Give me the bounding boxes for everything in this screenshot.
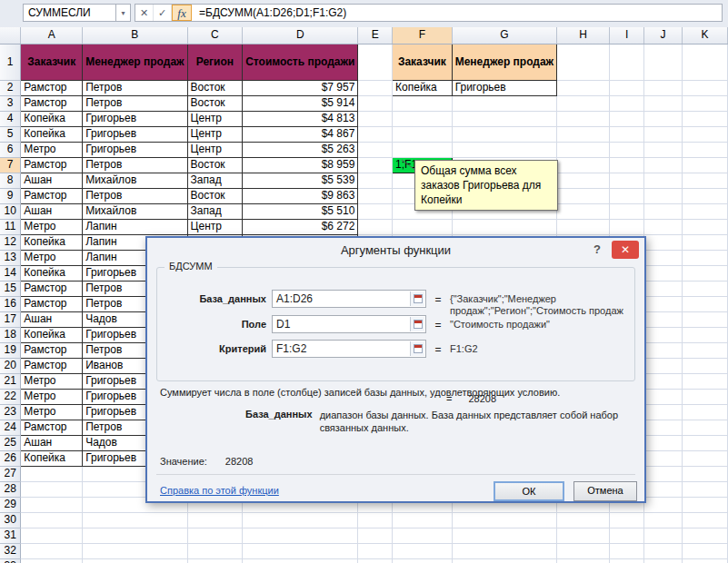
cell-H1[interactable] [557, 44, 610, 80]
cell-I33[interactable] [609, 558, 644, 563]
cell-G2[interactable]: Григорьев [452, 80, 556, 95]
cell-H30[interactable] [557, 512, 610, 528]
cell-K16[interactable] [682, 296, 727, 311]
row-header-3[interactable]: 3 [0, 95, 21, 111]
cell-J21[interactable] [644, 373, 682, 389]
cell-G30[interactable] [452, 512, 556, 528]
cell-A16[interactable]: Рамстор [21, 296, 83, 311]
insert-function-icon[interactable]: fx [172, 5, 192, 21]
cell-K21[interactable] [682, 373, 727, 389]
select-all-corner[interactable] [0, 27, 21, 44]
cell-H2[interactable] [557, 80, 610, 95]
cell-I7[interactable] [609, 157, 644, 173]
row-header-25[interactable]: 25 [0, 435, 21, 450]
cell-A4[interactable]: Копейка [21, 111, 83, 126]
cell-I10[interactable] [609, 203, 644, 219]
cell-J10[interactable] [644, 203, 682, 219]
cell-J17[interactable] [644, 311, 682, 327]
cell-J23[interactable] [644, 404, 682, 420]
arg-input-database[interactable]: A1:D26 [272, 290, 426, 308]
cell-E2[interactable] [358, 80, 393, 95]
cell-D7[interactable]: $8 959 [243, 157, 358, 173]
cell-D10[interactable]: $5 510 [243, 203, 358, 219]
row-header-28[interactable]: 28 [0, 481, 21, 497]
cell-C30[interactable] [187, 512, 243, 528]
cell-B4[interactable]: Григорьев [83, 111, 187, 126]
cell-I3[interactable] [609, 95, 644, 111]
cell-G1[interactable]: Менеджер продаж [452, 44, 556, 80]
cell-F11[interactable] [393, 219, 453, 234]
col-header-J[interactable]: J [644, 27, 682, 44]
cell-B30[interactable] [83, 512, 187, 528]
cell-K29[interactable] [682, 497, 727, 512]
cell-J20[interactable] [644, 358, 682, 373]
cell-D5[interactable]: $4 867 [243, 126, 358, 142]
cell-C10[interactable]: Запад [187, 203, 243, 219]
row-header-7[interactable]: 7 [0, 157, 21, 173]
cell-D11[interactable]: $6 272 [243, 219, 358, 234]
row-header-19[interactable]: 19 [0, 342, 21, 358]
cell-C31[interactable] [187, 528, 243, 543]
cell-H8[interactable] [557, 173, 610, 188]
row-header-17[interactable]: 17 [0, 311, 21, 327]
cancel-button[interactable]: Отмена [573, 481, 637, 501]
cell-A14[interactable]: Копейка [21, 265, 83, 281]
ok-button[interactable]: ОК [494, 481, 564, 501]
cell-J18[interactable] [644, 327, 682, 342]
cell-H3[interactable] [557, 95, 610, 111]
cell-C5[interactable]: Центр [187, 126, 243, 142]
cell-A5[interactable]: Копейка [21, 126, 83, 142]
cell-F2[interactable]: Копейка [393, 80, 453, 95]
col-header-K[interactable]: K [682, 27, 727, 44]
cell-D6[interactable]: $5 263 [243, 142, 358, 157]
cell-H31[interactable] [557, 528, 610, 543]
row-header-18[interactable]: 18 [0, 327, 21, 342]
cell-A28[interactable] [21, 481, 83, 497]
cell-H33[interactable] [557, 558, 610, 563]
cell-B33[interactable] [83, 558, 187, 563]
cell-K17[interactable] [682, 311, 727, 327]
cell-J24[interactable] [644, 420, 682, 435]
cell-E8[interactable] [358, 173, 393, 188]
row-header-16[interactable]: 16 [0, 296, 21, 311]
cell-A2[interactable]: Рамстор [21, 80, 83, 95]
cell-D8[interactable]: $5 539 [243, 173, 358, 188]
row-header-10[interactable]: 10 [0, 203, 21, 219]
cell-I11[interactable] [609, 219, 644, 234]
range-picker-icon[interactable] [410, 317, 424, 331]
cell-A20[interactable]: Рамстор [21, 358, 83, 373]
cell-K8[interactable] [682, 173, 727, 188]
cell-K2[interactable] [682, 80, 727, 95]
name-box-dropdown-icon[interactable]: ▾ [116, 4, 131, 22]
row-header-26[interactable]: 26 [0, 450, 21, 466]
col-header-H[interactable]: H [557, 27, 610, 44]
cell-A19[interactable]: Рамстор [21, 342, 83, 358]
cell-D2[interactable]: $7 957 [243, 80, 358, 95]
cell-J11[interactable] [644, 219, 682, 234]
cell-A3[interactable]: Рамстор [21, 95, 83, 111]
cell-K9[interactable] [682, 188, 727, 203]
cell-C8[interactable]: Запад [187, 173, 243, 188]
cell-K18[interactable] [682, 327, 727, 342]
cell-F30[interactable] [393, 512, 453, 528]
cell-E31[interactable] [358, 528, 393, 543]
cell-D3[interactable]: $5 914 [243, 95, 358, 111]
cell-B10[interactable]: Михайлов [83, 203, 187, 219]
cell-J22[interactable] [644, 389, 682, 404]
row-header-1[interactable]: 1 [0, 44, 21, 80]
cell-I6[interactable] [609, 142, 644, 157]
row-header-23[interactable]: 23 [0, 404, 21, 420]
cell-A7[interactable]: Рамстор [21, 157, 83, 173]
arg-input-criteria[interactable]: F1:G2 [272, 340, 426, 358]
cell-A13[interactable]: Метро [21, 250, 83, 265]
cell-A11[interactable]: Метро [21, 219, 83, 234]
cell-J31[interactable] [644, 528, 682, 543]
cell-K25[interactable] [682, 435, 727, 450]
cell-J27[interactable] [644, 466, 682, 481]
cell-C4[interactable]: Центр [187, 111, 243, 126]
cell-A18[interactable]: Копейка [21, 327, 83, 342]
cell-E6[interactable] [358, 142, 393, 157]
cell-A33[interactable] [21, 558, 83, 563]
cell-E1[interactable] [358, 44, 393, 80]
cell-I32[interactable] [609, 543, 644, 558]
